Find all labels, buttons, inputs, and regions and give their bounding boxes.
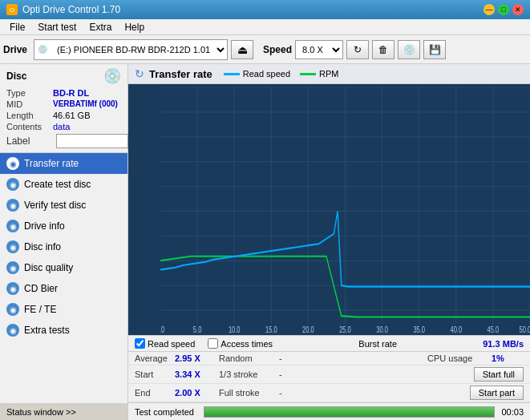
extra-tests-icon: ◉ (6, 324, 19, 337)
access-times-checkbox[interactable] (208, 338, 218, 349)
disc-quality-icon: ◉ (6, 261, 19, 274)
create-test-disc-icon: ◉ (6, 178, 19, 191)
nav-label-disc-quality: Disc quality (24, 262, 73, 273)
random-value: - (279, 353, 303, 363)
svg-text:0.0: 0.0 (160, 325, 164, 335)
legend-rpm-label: RPM (319, 69, 338, 79)
nav-item-disc-info[interactable]: ◉ Disc info (0, 236, 127, 257)
window-controls: — □ ✕ (483, 4, 524, 15)
disc-mid-value: VERBATIMf (000) (53, 99, 118, 109)
disc-contents-label: Contents (6, 122, 53, 131)
access-times-checkbox-label[interactable]: Access times (208, 338, 273, 349)
title-bar: O Opti Drive Control 1.70 — □ ✕ (0, 0, 530, 19)
nav-label-extra-tests: Extra tests (24, 325, 70, 336)
time-text: 00:03 (501, 407, 524, 417)
app-title: Opti Drive Control 1.70 (22, 4, 120, 15)
disc-info-icon: ◉ (6, 240, 19, 253)
read-speed-checkbox-label[interactable]: Read speed (135, 338, 195, 349)
nav-item-verify-test-disc[interactable]: ◉ Verify test disc (0, 195, 127, 216)
chart-svg: 18 X 16 X 14 X 12 X 10 X 8 X 6 X 4 X 2 X… (160, 87, 530, 335)
stats-row-start: Start 3.34 X 1/3 stroke - Start full (128, 365, 530, 384)
nav-item-drive-info[interactable]: ◉ Drive info (0, 216, 127, 236)
nav-item-create-test-disc[interactable]: ◉ Create test disc (0, 174, 127, 195)
app-icon: O (6, 4, 18, 15)
progress-bar-fill (204, 407, 494, 417)
svg-text:35.0: 35.0 (413, 325, 425, 335)
disc-contents-row: Contents data (6, 122, 121, 131)
right-panel: ↻ Transfer rate Read speed RPM (128, 64, 530, 420)
save-button[interactable]: 💾 (423, 40, 446, 59)
legend-read-speed: Read speed (224, 69, 290, 79)
disc-mid-row: MID VERBATIMf (000) (6, 99, 121, 109)
progress-bar-container (204, 406, 495, 418)
nav-item-cd-bier[interactable]: ◉ CD Bier (0, 278, 127, 299)
drive-toolbar: Drive 💿 (E:) PIONEER BD-RW BDR-212D 1.01… (0, 35, 530, 64)
close-button[interactable]: ✕ (512, 4, 524, 15)
minimize-button[interactable]: — (483, 4, 495, 15)
disc-type-row: Type BD-R DL (6, 88, 121, 98)
status-text: Test completed (135, 407, 194, 417)
average-label: Average (135, 353, 175, 363)
cpu-usage-value: 1% (492, 353, 524, 363)
bottom-status-bar: Test completed 00:03 (128, 402, 530, 420)
nav-label-drive-info: Drive info (24, 220, 65, 232)
disc-label-row: Label 🔖 (6, 133, 121, 149)
menu-start-test[interactable]: Start test (31, 20, 83, 34)
nav-label-cd-bier: CD Bier (24, 283, 58, 294)
maximize-button[interactable]: □ (498, 4, 509, 15)
disc-contents-value[interactable]: data (53, 122, 70, 131)
svg-text:20.0: 20.0 (302, 325, 314, 335)
cpu-usage-label: CPU usage (427, 353, 492, 363)
refresh-button[interactable]: ↻ (346, 40, 369, 59)
read-speed-checkbox-text: Read speed (148, 339, 195, 349)
full-stroke-label: Full stroke (219, 388, 279, 398)
disc-type-label: Type (6, 88, 53, 98)
verify-test-disc-icon: ◉ (6, 199, 19, 212)
svg-text:40.0: 40.0 (450, 325, 462, 335)
end-label: End (135, 388, 175, 398)
eject-button[interactable]: ⏏ (231, 40, 253, 59)
disc-label-input[interactable] (56, 134, 128, 148)
delete-button[interactable]: 🗑 (372, 40, 394, 59)
drive-label: Drive (3, 44, 27, 55)
stroke-label: 1/3 stroke (219, 370, 279, 379)
svg-text:50.0 Gb: 50.0 Gb (520, 325, 530, 335)
read-speed-checkbox[interactable] (135, 338, 145, 349)
disc-button[interactable]: 💿 (398, 40, 420, 59)
drive-info-icon: ◉ (6, 220, 19, 232)
nav-item-extra-tests[interactable]: ◉ Extra tests (0, 320, 127, 341)
disc-info-section: Disc 💿 Type BD-R DL MID VERBATIMf (000) … (0, 64, 127, 153)
svg-text:30.0: 30.0 (376, 325, 388, 335)
nav-label-create-test-disc: Create test disc (24, 179, 91, 190)
nav-item-fe-te[interactable]: ◉ FE / TE (0, 299, 127, 320)
svg-text:45.0: 45.0 (488, 325, 500, 335)
disc-length-value: 46.61 GB (53, 111, 90, 120)
svg-text:10.0: 10.0 (229, 325, 241, 335)
drive-select[interactable]: (E:) PIONEER BD-RW BDR-212D 1.01 (51, 40, 227, 59)
disc-type-value: BD-R DL (53, 88, 89, 98)
start-value: 3.34 X (175, 370, 219, 379)
chart-legend: Read speed RPM (224, 69, 339, 79)
start-full-button[interactable]: Start full (474, 367, 524, 382)
nav-item-transfer-rate[interactable]: ◉ Transfer rate (0, 153, 127, 174)
legend-read-speed-color (224, 73, 240, 75)
svg-text:15.0: 15.0 (265, 325, 277, 335)
legend-read-speed-label: Read speed (243, 69, 290, 79)
menu-help[interactable]: Help (118, 20, 151, 34)
disc-label-label: Label (6, 135, 53, 147)
start-label: Start (135, 370, 175, 379)
average-value: 2.95 X (175, 353, 219, 363)
cd-bier-icon: ◉ (6, 282, 19, 295)
start-part-button[interactable]: Start part (470, 386, 524, 400)
title-bar-left: O Opti Drive Control 1.70 (6, 4, 120, 15)
access-times-checkbox-text: Access times (220, 339, 273, 349)
nav-item-disc-quality[interactable]: ◉ Disc quality (0, 257, 127, 278)
status-window-button[interactable]: Status window >> (0, 403, 127, 420)
status-window-label: Status window >> (6, 407, 76, 417)
speed-select[interactable]: 8.0 X (295, 40, 343, 59)
menu-extra[interactable]: Extra (83, 20, 118, 34)
disc-section-icon: 💿 (103, 67, 121, 85)
chart-container: 18 X 16 X 14 X 12 X 10 X 8 X 6 X 4 X 2 X… (128, 84, 530, 335)
menu-file[interactable]: File (3, 20, 31, 34)
stats-row-end: End 2.00 X Full stroke - Start part (128, 384, 530, 402)
